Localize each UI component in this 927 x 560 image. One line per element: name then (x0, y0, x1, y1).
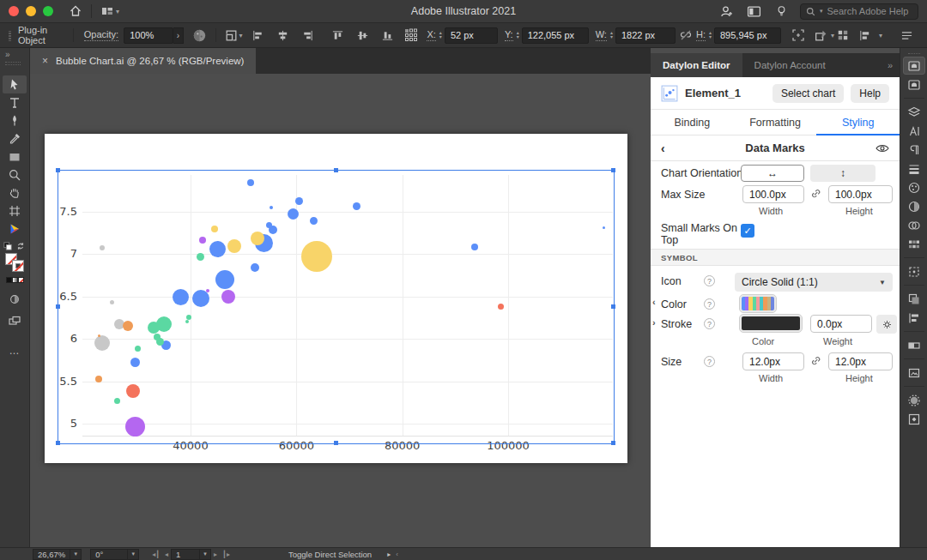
stroke-panel-icon[interactable] (903, 160, 925, 178)
document-tab[interactable]: × Bubble Chart.ai @ 26,67 % (RGB/Preview… (30, 48, 256, 74)
h-value[interactable]: 895,945 px (714, 27, 781, 44)
tab-datylon-editor[interactable]: Datylon Editor (651, 53, 742, 77)
x-stepper[interactable]: ▴▾ (439, 31, 442, 39)
color-palette-swatch[interactable] (740, 295, 776, 312)
selection-handle[interactable] (611, 168, 615, 172)
opacity-value[interactable]: 100% (124, 27, 173, 44)
gradient-tool-panel-icon[interactable] (903, 336, 925, 354)
w-label[interactable]: W: (596, 29, 607, 41)
symbols-panel-icon[interactable] (903, 410, 925, 428)
controlbar-grip[interactable] (9, 31, 11, 39)
workspace-switcher-icon[interactable] (99, 3, 116, 20)
align-panel-icon[interactable] (857, 27, 874, 44)
y-value[interactable]: 122,055 px (522, 27, 589, 44)
w-value[interactable]: 1822 px (615, 27, 676, 44)
dock-grip[interactable] (908, 53, 920, 54)
x-value[interactable]: 52 px (445, 27, 498, 44)
align-right-button[interactable] (299, 27, 316, 44)
transform-panel-icon[interactable] (903, 262, 925, 280)
select-chart-button[interactable]: Select chart (772, 84, 844, 103)
artboard-tool[interactable] (3, 202, 27, 220)
drawing-modes-icon[interactable] (3, 311, 27, 329)
artboards-panel-icon[interactable] (903, 364, 925, 382)
layers-panel-icon[interactable] (903, 103, 925, 121)
transform-artboard-icon[interactable] (224, 27, 239, 44)
canvas[interactable]: 40000600008000010000055.566.577.5 (30, 74, 651, 547)
symbol-section-header[interactable]: SYMBOL (651, 249, 900, 266)
collapse-prev-icon[interactable]: ‹ (652, 297, 656, 307)
zoom-window-button[interactable] (43, 6, 53, 16)
datylon-tool[interactable] (3, 220, 27, 238)
icon-dropdown[interactable]: Circle Solid (1:1) ▼ (735, 273, 893, 292)
x-label[interactable]: X: (427, 29, 435, 41)
shape-mode-icon[interactable] (814, 27, 828, 44)
y-stepper[interactable]: ▴▾ (517, 31, 519, 39)
align-left-button[interactable] (249, 27, 266, 44)
artboard-menu-icon[interactable]: ▾ (200, 549, 211, 560)
small-marks-checkbox[interactable]: ✓ (741, 224, 754, 238)
color-mode-bar[interactable] (6, 277, 24, 283)
selection-handle[interactable] (334, 441, 338, 445)
type-tool[interactable] (3, 93, 27, 111)
panel-menu-icon[interactable] (898, 27, 915, 44)
h-stepper[interactable]: ▴▾ (709, 31, 712, 39)
edit-toolbar-icon[interactable]: … (3, 341, 27, 359)
close-window-button[interactable] (9, 6, 19, 16)
help-button[interactable]: Help (851, 84, 889, 103)
tab-formatting[interactable]: Formatting (734, 110, 817, 135)
zoom-tool[interactable] (3, 166, 27, 184)
transparency-panel-icon[interactable] (903, 216, 925, 234)
unlink-dimensions-icon[interactable] (679, 27, 693, 44)
status-collapse-icon[interactable]: ‹ (396, 551, 398, 558)
artboard-number[interactable]: 1 (171, 549, 200, 560)
last-artboard-icon[interactable]: ┃▸ (222, 551, 230, 558)
tab-styling[interactable]: Styling (816, 110, 900, 135)
close-tab-icon[interactable]: × (42, 55, 48, 67)
selection-handle[interactable] (56, 168, 60, 172)
color-panel-icon[interactable] (903, 178, 925, 196)
home-icon[interactable] (67, 3, 84, 20)
libraries-panel-icon[interactable] (903, 57, 925, 75)
icon-help-icon[interactable]: ? (704, 275, 715, 286)
w-stepper[interactable]: ▴▾ (610, 31, 613, 39)
prev-artboard-icon[interactable]: ◂ (165, 551, 168, 558)
hand-tool[interactable] (3, 184, 27, 202)
panel-more-icon[interactable]: » (881, 53, 900, 77)
default-fill-stroke-icon[interactable] (3, 242, 12, 250)
none-button[interactable] (18, 277, 24, 283)
tools-panel-header[interactable]: » (0, 48, 30, 74)
search-input[interactable]: ▾ Search Adobe Help (800, 3, 918, 20)
zoom-menu-icon[interactable]: ▾ (70, 549, 82, 560)
selection-handle[interactable] (56, 304, 60, 309)
color-button[interactable] (6, 277, 12, 283)
size-width-input[interactable]: 12.0px (742, 352, 804, 370)
rotation-value[interactable]: 0° (90, 549, 128, 560)
size-height-input[interactable]: 12.0px (828, 352, 893, 370)
link-icon[interactable] (810, 188, 822, 200)
first-artboard-icon[interactable]: ◂┃ (152, 551, 160, 558)
selection-handle[interactable] (334, 168, 338, 172)
gradient-panel-icon[interactable] (903, 197, 925, 215)
minimize-window-button[interactable] (26, 6, 36, 16)
pen-tool[interactable] (3, 111, 27, 129)
recolor-artwork-icon[interactable] (192, 27, 207, 44)
document-setup-icon[interactable] (834, 27, 851, 44)
scale-corners-icon[interactable] (791, 27, 805, 44)
selection-handle[interactable] (56, 441, 60, 445)
rotation-menu-icon[interactable]: ▾ (128, 549, 139, 560)
eyedropper-tool[interactable] (3, 129, 27, 148)
color-help-icon[interactable]: ? (704, 298, 715, 310)
stroke-weight-input[interactable]: 0.0px (810, 315, 872, 333)
tab-binding[interactable]: Binding (651, 110, 734, 135)
character-panel-icon[interactable] (903, 122, 925, 140)
align-top-button[interactable] (329, 27, 346, 44)
opacity-label[interactable]: Opacity: (84, 29, 118, 41)
libraries-panel-2-icon[interactable] (903, 75, 925, 93)
stroke-color-swatch[interactable] (740, 315, 802, 332)
stroke-settings-button[interactable] (876, 315, 897, 334)
distribute-grid-icon[interactable] (404, 27, 418, 44)
appearance-panel-icon[interactable] (903, 391, 925, 409)
zoom-level-value[interactable]: 26,67% (33, 549, 70, 560)
collapse-next-icon[interactable]: › (652, 317, 656, 328)
pathfinder-panel-icon[interactable] (903, 290, 925, 308)
